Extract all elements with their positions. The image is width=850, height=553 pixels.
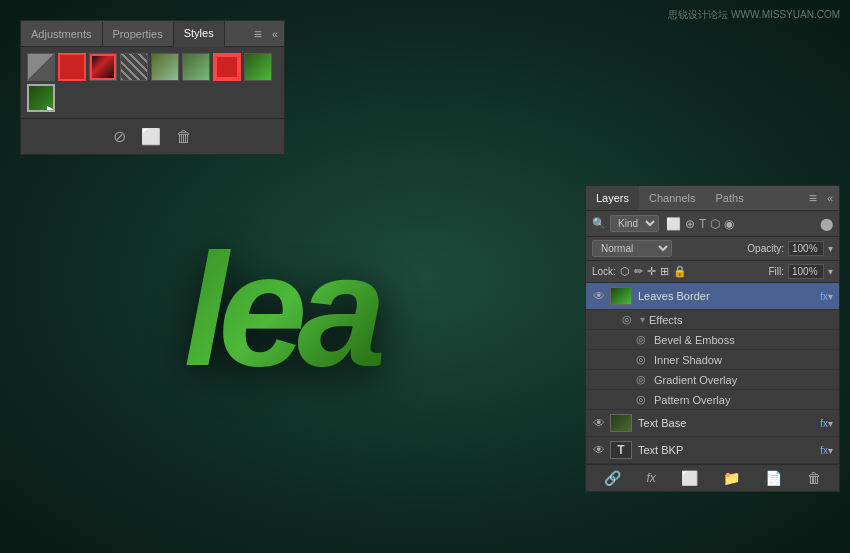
layer-fx-btn[interactable]: fx [646, 471, 655, 485]
layers-panel-header: Layers Channels Paths ≡ « [586, 186, 839, 211]
styles-footer: ⊘ ⬜ 🗑 [21, 118, 284, 154]
shape-filter-icon[interactable]: ⬡ [710, 217, 720, 231]
layer-fx-leaves-border[interactable]: fx [820, 291, 828, 302]
effect-name-inner-shadow: Inner Shadow [654, 354, 722, 366]
effect-eye-inner-shadow[interactable]: ◎ [636, 353, 650, 366]
effect-row-gradient-overlay: ◎ Gradient Overlay [586, 370, 839, 390]
lock-all-icon[interactable]: 🔒 [673, 265, 687, 278]
effect-row-pattern-overlay: ◎ Pattern Overlay [586, 390, 839, 410]
styles-grid: ▶ Leaves Border Small [21, 47, 284, 118]
effect-name-bevel-emboss: Bevel & Emboss [654, 334, 735, 346]
styles-panel-header: Adjustments Properties Styles ≡ « [21, 21, 284, 47]
style-item-5[interactable] [182, 53, 210, 81]
layer-mask-btn[interactable]: ⬜ [681, 470, 698, 486]
layer-expand-text-base[interactable]: ▾ [828, 418, 833, 429]
fill-chevron[interactable]: ▾ [828, 266, 833, 277]
panel-collapse-icon[interactable]: « [272, 28, 278, 40]
panel-menu-icon[interactable]: ≡ [254, 26, 262, 42]
effect-row-bevel-emboss: ◎ Bevel & Emboss [586, 330, 839, 350]
effect-row-inner-shadow: ◎ Inner Shadow [586, 350, 839, 370]
style-item-leaves-border-small[interactable]: ▶ Leaves Border Small [27, 84, 55, 112]
layer-row-leaves-border[interactable]: 👁 Leaves Border fx ▾ [586, 283, 839, 310]
layer-name-leaves-border: Leaves Border [638, 290, 816, 302]
layer-visibility-text-base[interactable]: 👁 [592, 416, 606, 430]
lock-artboard-icon[interactable]: ⊞ [660, 265, 669, 278]
tab-paths[interactable]: Paths [706, 186, 754, 210]
delete-layer-btn[interactable]: 🗑 [807, 470, 821, 486]
effect-eye-gradient-overlay[interactable]: ◎ [636, 373, 650, 386]
layer-expand-leaves-border[interactable]: ▾ [828, 291, 833, 302]
new-style-icon[interactable]: ⬜ [141, 127, 161, 146]
effect-name-effects: Effects [649, 314, 682, 326]
tab-layers[interactable]: Layers [586, 186, 639, 210]
lock-pixel-icon[interactable]: ⬡ [620, 265, 630, 278]
tab-styles[interactable]: Styles [174, 21, 225, 47]
style-item-2[interactable] [89, 53, 117, 81]
effect-name-gradient-overlay: Gradient Overlay [654, 374, 737, 386]
layer-name-text-bkp: Text BKP [638, 444, 816, 456]
layer-fx-text-base[interactable]: fx [820, 418, 828, 429]
style-item-none[interactable] [27, 53, 55, 81]
new-layer-btn[interactable]: 📄 [765, 470, 782, 486]
canvas-text: lea [50, 210, 510, 410]
opacity-input[interactable] [788, 241, 824, 256]
fill-label: Fill: [768, 266, 784, 277]
fill-input[interactable] [788, 264, 824, 279]
no-style-icon[interactable]: ⊘ [113, 127, 126, 146]
style-item-4[interactable] [151, 53, 179, 81]
layers-collapse-icon[interactable]: « [827, 192, 833, 204]
effect-eye-effects[interactable]: ◎ [622, 313, 636, 326]
layer-visibility-leaves-border[interactable]: 👁 [592, 289, 606, 303]
layers-toolbar: 🔍 Kind ⬜ ⊕ T ⬡ ◉ ⬤ [586, 211, 839, 237]
layer-name-text-base: Text Base [638, 417, 816, 429]
lock-label: Lock: [592, 266, 616, 277]
delete-style-icon[interactable]: 🗑 [176, 128, 192, 146]
layer-fx-text-bkp[interactable]: fx [820, 445, 828, 456]
watermark: 思锐设计论坛 WWW.MISSYUAN.COM [668, 8, 840, 22]
style-item-leaves[interactable] [244, 53, 272, 81]
tab-properties[interactable]: Properties [103, 22, 174, 46]
layer-expand-text-bkp[interactable]: ▾ [828, 445, 833, 456]
blend-mode-select[interactable]: Normal [592, 240, 672, 257]
effect-name-pattern-overlay: Pattern Overlay [654, 394, 730, 406]
effect-eye-bevel-emboss[interactable]: ◎ [636, 333, 650, 346]
effect-eye-pattern-overlay[interactable]: ◎ [636, 393, 650, 406]
layer-row-text-base[interactable]: 👁 Text Base fx ▾ [586, 410, 839, 437]
effect-row-effects: ◎ ▾ Effects [586, 310, 839, 330]
lock-move-icon[interactable]: ✛ [647, 265, 656, 278]
style-item-3[interactable] [120, 53, 148, 81]
lock-fill-row: Lock: ⬡ ✏ ✛ ⊞ 🔒 Fill: ▾ [586, 261, 839, 283]
layers-panel: Layers Channels Paths ≡ « 🔍 Kind ⬜ ⊕ T ⬡… [585, 185, 840, 492]
layers-menu-icon[interactable]: ≡ [809, 190, 817, 206]
blend-opacity-row: Normal Opacity: ▾ [586, 237, 839, 261]
style-item-6[interactable] [213, 53, 241, 81]
lock-brush-icon[interactable]: ✏ [634, 265, 643, 278]
search-icon: 🔍 [592, 217, 606, 230]
layer-row-text-bkp[interactable]: 👁 T Text BKP fx ▾ [586, 437, 839, 464]
layers-footer: 🔗 fx ⬜ 📁 📄 🗑 [586, 464, 839, 491]
kind-select[interactable]: Kind [610, 215, 659, 232]
layer-thumb-leaves-border [610, 287, 632, 305]
filter-toggle[interactable]: ⬤ [820, 217, 833, 231]
style-item-1[interactable] [58, 53, 86, 81]
opacity-chevron[interactable]: ▾ [828, 243, 833, 254]
layer-thumb-text-base [610, 414, 632, 432]
opacity-label: Opacity: [747, 243, 784, 254]
tab-channels[interactable]: Channels [639, 186, 705, 210]
layer-thumb-text-bkp: T [610, 441, 632, 459]
layer-group-btn[interactable]: 📁 [723, 470, 740, 486]
styles-panel: Adjustments Properties Styles ≡ « [20, 20, 285, 155]
type-filter-icon[interactable]: T [699, 217, 706, 231]
tab-adjustments[interactable]: Adjustments [21, 22, 103, 46]
smartobj-filter-icon[interactable]: ◉ [724, 217, 734, 231]
layers-list: 👁 Leaves Border fx ▾ ◎ ▾ Effects ◎ Bevel… [586, 283, 839, 464]
pixel-filter-icon[interactable]: ⬜ [666, 217, 681, 231]
adjustment-filter-icon[interactable]: ⊕ [685, 217, 695, 231]
effect-collapse-icon[interactable]: ▾ [640, 314, 645, 325]
link-layers-btn[interactable]: 🔗 [604, 470, 621, 486]
layer-visibility-text-bkp[interactable]: 👁 [592, 443, 606, 457]
